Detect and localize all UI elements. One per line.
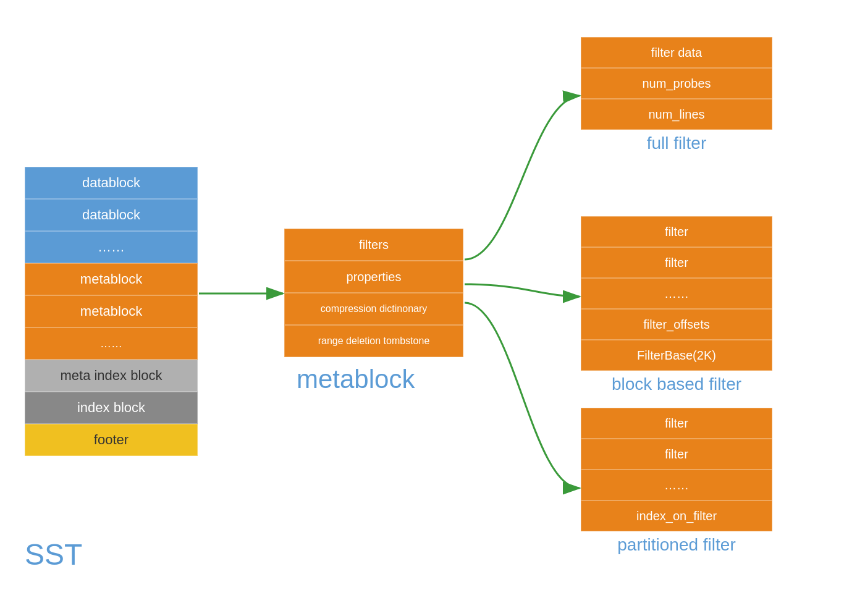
block-filter-container: filter filter …… filter_offsets FilterBa…	[581, 216, 772, 394]
full-filter-num-probes: num_probes	[581, 68, 772, 99]
partitioned-filter-label: partitioned filter	[581, 535, 772, 555]
full-filter-container: filter data num_probes num_lines full fi…	[581, 37, 772, 153]
sst-index-block: index block	[25, 392, 198, 424]
block-filter-2: filter	[581, 247, 772, 278]
full-filter-label: full filter	[581, 133, 772, 153]
block-based-filter-label: block based filter	[581, 374, 772, 394]
sst-datablock-1: datablock	[25, 167, 198, 199]
metablock-container: filters properties compression dictinona…	[284, 229, 463, 357]
partitioned-filter-2: filter	[581, 439, 772, 470]
partitioned-filter-index: index_on_filter	[581, 500, 772, 531]
partitioned-filter-dots: ……	[581, 470, 772, 500]
sst-container: datablock datablock …… metablock metablo…	[25, 167, 198, 456]
full-filter-data: filter data	[581, 37, 772, 68]
metablock-compression: compression dictinonary	[284, 293, 463, 325]
arrow-metablock-to-full-filter	[465, 96, 580, 259]
partitioned-filter-1: filter	[581, 408, 772, 439]
arrow-metablock-to-partitioned-filter	[465, 303, 580, 488]
sst-metablock-1: metablock	[25, 263, 198, 295]
partitioned-filter-container: filter filter …… index_on_filter partiti…	[581, 408, 772, 555]
sst-footer: footer	[25, 424, 198, 456]
metablock-label: metablock	[297, 365, 415, 394]
metablock-properties: properties	[284, 261, 463, 293]
block-filter-offsets: filter_offsets	[581, 309, 772, 340]
metablock-filters: filters	[284, 229, 463, 261]
sst-metablock-2: metablock	[25, 295, 198, 327]
sst-metablock-dots: ……	[25, 327, 198, 360]
sst-datablock-2: datablock	[25, 199, 198, 231]
arrow-metablock-to-block-filter	[465, 284, 580, 297]
block-filter-1: filter	[581, 216, 772, 247]
block-filter-dots: ……	[581, 278, 772, 309]
block-filter-base: FilterBase(2K)	[581, 340, 772, 371]
metablock-range-deletion: range deletion tombstone	[284, 325, 463, 357]
sst-label: SST	[25, 538, 82, 572]
sst-datablock-dots: ……	[25, 231, 198, 263]
sst-meta-index-block: meta index block	[25, 360, 198, 392]
full-filter-num-lines: num_lines	[581, 99, 772, 130]
